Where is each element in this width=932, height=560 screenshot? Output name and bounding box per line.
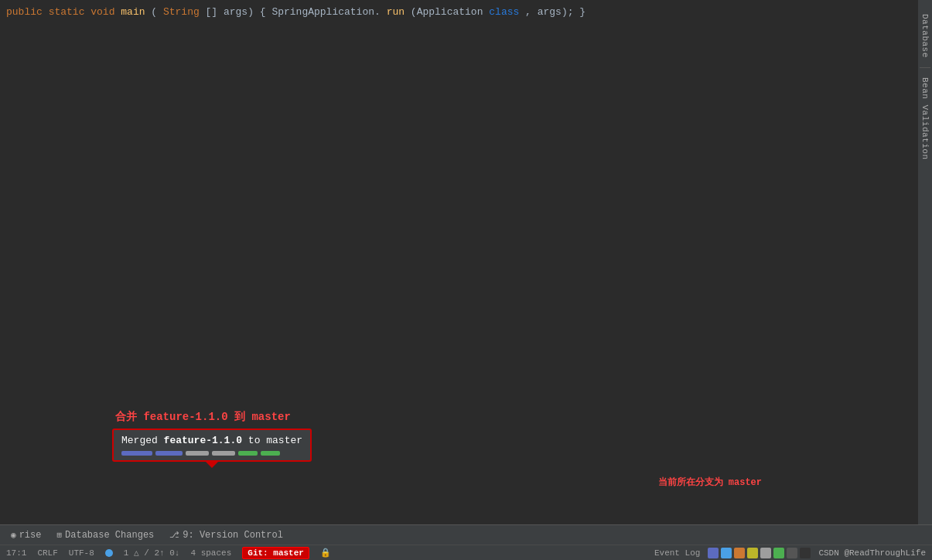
annotation-text: 当前所在分支为 master <box>658 477 762 488</box>
tab-version-control[interactable]: ⎇ 9: Version Control <box>162 525 291 545</box>
progress-seg-1 <box>121 451 152 456</box>
merge-label: 合并 feature-1.1.0 到 master <box>112 410 312 424</box>
database-tab[interactable]: Database <box>919 8 931 64</box>
tab-vc-label: 9: Version Control <box>183 530 283 541</box>
bean-validation-tab[interactable]: Bean Validation <box>919 71 931 166</box>
swatch-5 <box>760 548 771 558</box>
db-icon: ⊞ <box>56 530 62 540</box>
cursor-position: 17:1 <box>6 548 26 558</box>
progress-seg-4 <box>212 451 235 456</box>
progress-bar <box>121 451 302 456</box>
merge-label-text: 合并 feature-1.1.0 到 master <box>115 411 291 423</box>
tab-db-label: Database Changes <box>65 530 154 541</box>
progress-seg-6 <box>261 451 280 456</box>
swatch-7 <box>787 548 797 558</box>
swatch-1 <box>708 548 719 558</box>
indent: 4 spaces <box>190 548 231 558</box>
tooltip-text: Merged feature-1.1.0 to master <box>121 435 302 446</box>
event-log[interactable]: Event Log <box>654 548 700 558</box>
rise-icon: ◉ <box>11 530 16 540</box>
git-branch-badge[interactable]: Git: master <box>242 547 309 559</box>
merge-notification: 合并 feature-1.1.0 到 master Merged feature… <box>112 410 312 462</box>
msg-branch: feature-1.1.0 <box>164 435 242 446</box>
code-content-1: public static void main ( String [] args… <box>6 6 585 18</box>
status-dot <box>105 549 113 557</box>
swatch-3 <box>734 548 745 558</box>
line-ending: CRLF <box>37 548 57 558</box>
bottom-tabs-row: ◉ rise ⊞ Database Changes ⎇ 9: Version C… <box>0 524 932 545</box>
swatch-4 <box>747 548 758 558</box>
color-swatches <box>708 548 811 558</box>
right-sidebar: Database Bean Validation <box>918 0 932 560</box>
msg-prefix: Merged <box>121 435 164 446</box>
status-right-group: Event Log CSDN @ReadThroughLife <box>654 548 926 558</box>
status-left-group: 17:1 CRLF UTF-8 1 △ / 2↑ 0↓ 4 spaces Git… <box>6 547 331 559</box>
swatch-2 <box>721 548 732 558</box>
vcs-status: 1 △ / 2↑ 0↓ <box>124 548 180 558</box>
progress-seg-2 <box>155 451 183 456</box>
progress-seg-5 <box>238 451 258 456</box>
tooltip-box: Merged feature-1.1.0 to master <box>112 429 312 462</box>
code-line-1: public static void main ( String [] args… <box>0 3 918 20</box>
tab-rise[interactable]: ◉ rise <box>3 525 49 545</box>
tab-rise-label: rise <box>19 530 42 541</box>
watermark: CSDN @ReadThroughLife <box>818 548 926 558</box>
swatch-8 <box>800 548 811 558</box>
branch-lock-icon: 🔒 <box>320 548 331 558</box>
status-bar: 17:1 CRLF UTF-8 1 △ / 2↑ 0↓ 4 spaces Git… <box>0 545 932 560</box>
sidebar-divider <box>920 67 930 68</box>
progress-seg-3 <box>186 451 209 456</box>
bottom-bar: ◉ rise ⊞ Database Changes ⎇ 9: Version C… <box>0 524 932 560</box>
swatch-6 <box>773 548 784 558</box>
tab-database-changes[interactable]: ⊞ Database Changes <box>49 525 162 545</box>
vc-icon: ⎇ <box>169 530 179 540</box>
branch-annotation: 当前所在分支为 master <box>658 476 762 489</box>
editor-empty-space <box>0 23 918 410</box>
encoding: UTF-8 <box>69 548 94 558</box>
msg-suffix: to master <box>242 435 302 446</box>
